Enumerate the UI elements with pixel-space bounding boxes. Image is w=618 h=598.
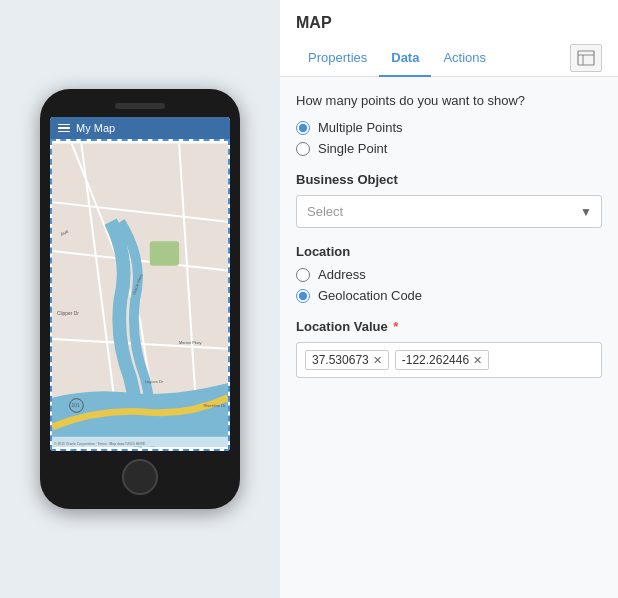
phone-screen: My Map (50, 117, 230, 451)
radio-single-point[interactable]: Single Point (296, 141, 602, 156)
phone-speaker (115, 103, 165, 109)
location-value-label: Location Value * (296, 319, 602, 334)
svg-text:Lagoon Dr: Lagoon Dr (145, 379, 164, 384)
radio-address[interactable]: Address (296, 267, 602, 282)
points-radio-group: Multiple Points Single Point (296, 120, 602, 156)
svg-text:Marine Pkwy: Marine Pkwy (179, 340, 201, 345)
panel-title: MAP (280, 0, 618, 32)
location-value-input[interactable]: 37.530673 ✕ -122.262446 ✕ (296, 342, 602, 378)
phone-mockup-panel: My Map (0, 0, 280, 598)
tag-lat-remove[interactable]: ✕ (373, 355, 382, 366)
svg-rect-9 (150, 241, 179, 265)
radio-geolocation-input[interactable] (296, 289, 310, 303)
tag-lng-value: -122.262446 (402, 353, 469, 367)
required-indicator: * (390, 319, 399, 334)
phone-title: My Map (76, 122, 115, 134)
location-section: Location Address Geolocation Code (296, 244, 602, 303)
radio-multiple-points[interactable]: Multiple Points (296, 120, 602, 135)
points-question: How many points do you want to show? (296, 93, 602, 108)
phone-map-area: Ave Clipper Dr Oracle Pkwy Marine Pkwy L… (50, 139, 230, 451)
location-label: Location (296, 244, 602, 259)
svg-text:101: 101 (72, 403, 80, 408)
table-icon (577, 50, 595, 66)
radio-single-point-label: Single Point (318, 141, 387, 156)
tag-lat: 37.530673 ✕ (305, 350, 389, 370)
business-object-label: Business Object (296, 172, 602, 187)
tag-lng-remove[interactable]: ✕ (473, 355, 482, 366)
svg-rect-20 (578, 51, 594, 65)
business-object-select[interactable]: Select (296, 195, 602, 228)
map-svg: Ave Clipper Dr Oracle Pkwy Marine Pkwy L… (52, 141, 228, 449)
radio-single-point-input[interactable] (296, 142, 310, 156)
svg-text:© 2015 Oracle Corporation · Te: © 2015 Oracle Corporation · Terms · Map … (54, 442, 146, 446)
tab-bar: Properties Data Actions (280, 40, 618, 77)
phone-home-button[interactable] (122, 459, 158, 495)
tag-lat-value: 37.530673 (312, 353, 369, 367)
tab-properties[interactable]: Properties (296, 40, 379, 77)
svg-text:Shoreline Dr: Shoreline Dr (204, 403, 226, 408)
radio-geolocation-label: Geolocation Code (318, 288, 422, 303)
radio-geolocation[interactable]: Geolocation Code (296, 288, 602, 303)
hamburger-icon (58, 124, 70, 133)
radio-multiple-points-input[interactable] (296, 121, 310, 135)
right-panel: MAP Properties Data Actions How many poi… (280, 0, 618, 598)
radio-multiple-points-label: Multiple Points (318, 120, 403, 135)
tag-lng: -122.262446 ✕ (395, 350, 489, 370)
phone-device: My Map (40, 89, 240, 509)
tab-icon-button[interactable] (570, 44, 602, 72)
phone-header: My Map (50, 117, 230, 139)
radio-address-input[interactable] (296, 268, 310, 282)
business-object-select-wrapper: Select ▼ (296, 195, 602, 228)
svg-text:Clipper Dr: Clipper Dr (57, 311, 79, 316)
radio-address-label: Address (318, 267, 366, 282)
panel-body: How many points do you want to show? Mul… (280, 77, 618, 598)
tab-data[interactable]: Data (379, 40, 431, 77)
tab-actions[interactable]: Actions (431, 40, 498, 77)
location-radio-group: Address Geolocation Code (296, 267, 602, 303)
